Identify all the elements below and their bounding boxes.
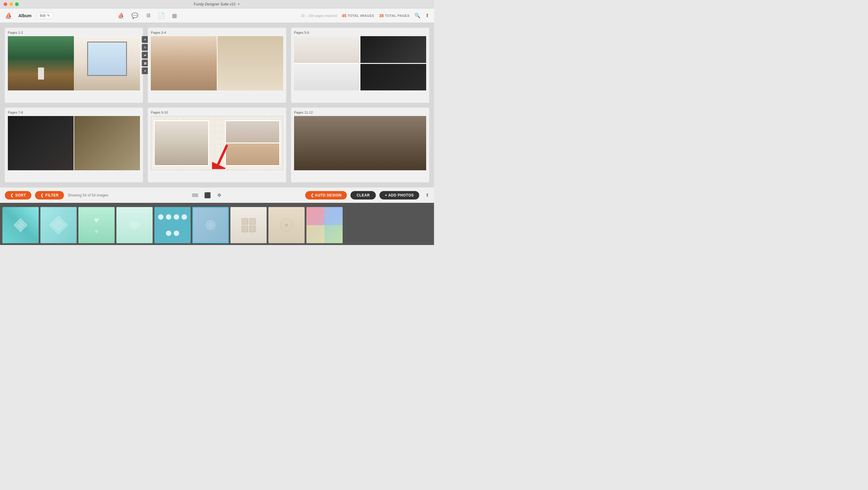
bottom-toolbar: ❮ SORT ❮ FILTER Showing 54 of 54 images … (0, 187, 434, 203)
list-item[interactable] (2, 207, 39, 243)
export-icon[interactable]: ⬆ (425, 13, 429, 19)
move-tool[interactable]: ✛ (142, 36, 148, 43)
spread-1-2: Pages 1-2 ✛ ↻ ⇄ ▦ ✕ (5, 28, 143, 103)
close-tool[interactable]: ✕ (142, 67, 148, 74)
thumbnail-image (269, 207, 305, 243)
spread-3-4: Pages 3-4 (148, 28, 286, 103)
album-view-icon[interactable]: ⛵ (118, 12, 124, 19)
list-item[interactable] (154, 207, 191, 243)
titlebar: Fundy Designer Suite v10 ▼ (0, 0, 434, 8)
list-item[interactable] (116, 207, 153, 243)
list-item[interactable] (40, 207, 76, 243)
sort-button[interactable]: ❮ SORT (5, 191, 31, 199)
filter-button[interactable]: ❮ FILTER (35, 191, 64, 199)
sort-left-arrow: ❮ (10, 193, 13, 197)
thumbnail-image: ♥ ♥ (79, 207, 115, 243)
rotate-tool[interactable]: ↻ (142, 44, 148, 51)
clear-label: CLEAR (356, 193, 370, 197)
thumbnail-image (2, 207, 39, 243)
center-view-icons: ⬛ ❖ (192, 192, 222, 199)
album-label: Album (19, 13, 32, 18)
thumbnail-image (154, 207, 191, 243)
spread-5-6: Pages 5-6 View (291, 28, 429, 103)
svg-rect-10 (242, 226, 248, 232)
spread-9-10: Pages 9-10 (148, 107, 286, 183)
filter-label: FILTER (45, 193, 59, 197)
grid-view-icon[interactable]: ⬛ (204, 192, 211, 199)
thumbnail-image (40, 207, 76, 243)
search-icon[interactable]: 🔍 (414, 13, 421, 19)
toolbar-center-icons: ⛵ 💬 🖥 📄 ▦ (118, 12, 177, 19)
title-dropdown-icon: ▼ (237, 2, 240, 6)
svg-rect-8 (242, 219, 248, 225)
list-item[interactable] (269, 207, 305, 243)
fullscreen-button[interactable] (15, 2, 19, 6)
svg-rect-11 (249, 226, 255, 232)
total-images-label: TOTAL IMAGES (348, 14, 374, 18)
showing-text: Showing 54 of 54 images (67, 193, 108, 197)
pages-icon[interactable]: 📄 (158, 12, 165, 19)
window-title: Fundy Designer Suite v10 (194, 2, 236, 6)
swap-tool[interactable]: ⇄ (142, 52, 148, 59)
list-item[interactable] (192, 207, 228, 243)
total-images-stat: 45 TOTAL IMAGES (342, 13, 374, 18)
spread-3-4-canvas[interactable] (151, 36, 283, 90)
spread-1-2-canvas[interactable] (8, 36, 140, 90)
strip-view-icon[interactable] (192, 194, 198, 197)
spread-7-8: Pages 7-8 (5, 107, 143, 183)
total-pages-stat: 38 TOTAL PAGES (379, 13, 409, 18)
auto-design-label: ❮ AUTO DESIGN (311, 193, 342, 197)
svg-point-7 (208, 223, 213, 228)
spread-tools: ✛ ↻ ⇄ ▦ ✕ (142, 36, 148, 74)
spread-11-12-canvas[interactable] (294, 116, 426, 170)
spread-5-6-label: Pages 5-6 (294, 31, 426, 34)
total-images-number: 45 (342, 13, 346, 18)
overlay-icon[interactable]: ❖ (217, 192, 222, 199)
grid-icon[interactable]: ▦ (172, 12, 177, 19)
spread-11-12-label: Pages 11-12 (294, 110, 426, 114)
thumbnail-image (116, 207, 153, 243)
thumbnail-image (230, 207, 267, 243)
minimize-button[interactable] (9, 2, 13, 6)
total-pages-label: TOTAL PAGES (385, 14, 409, 18)
spread-3-4-label: Pages 3-4 (151, 31, 283, 34)
chat-icon[interactable]: 💬 (131, 12, 138, 19)
spread-5-6-canvas[interactable]: View (294, 36, 426, 90)
list-item[interactable]: ♥ ♥ (79, 207, 115, 243)
grid-tool[interactable]: ▦ (142, 60, 148, 66)
edit-icon: ✎ (47, 13, 50, 18)
sort-label: SORT (16, 193, 26, 197)
pages-required-text: 20 – 100 pages required (301, 14, 337, 18)
add-photos-button[interactable]: + ADD PHOTOS (379, 191, 419, 199)
spread-7-8-label: Pages 7-8 (8, 110, 140, 114)
expand-icon[interactable]: ⬆ (425, 192, 429, 198)
filter-left-arrow: ❮ (40, 193, 44, 197)
main-toolbar: ⛵ Album 8x8 ✎ ⛵ 💬 🖥 📄 ▦ 20 – 100 pages r… (0, 8, 434, 23)
list-item[interactable] (230, 207, 267, 243)
thumbnail-image (306, 207, 343, 243)
spread-11-12: Pages 11-12 (291, 107, 429, 183)
svg-rect-9 (249, 219, 255, 225)
traffic-lights (4, 2, 19, 6)
close-button[interactable] (4, 2, 7, 6)
spread-9-10-canvas[interactable] (151, 116, 283, 170)
thumbnail-image (192, 207, 228, 243)
svg-point-14 (285, 224, 288, 227)
toolbar-right: 20 – 100 pages required 45 TOTAL IMAGES … (301, 13, 429, 19)
total-pages-number: 38 (379, 13, 384, 18)
spread-1-2-label: Pages 1-2 (8, 31, 140, 34)
size-selector[interactable]: 8x8 ✎ (36, 12, 53, 19)
photo-strip[interactable]: ♥ ♥ (0, 204, 434, 245)
spread-7-8-canvas[interactable] (8, 116, 140, 170)
app-logo-icon: ⛵ (5, 12, 12, 19)
clear-button[interactable]: CLEAR (350, 191, 376, 199)
list-item[interactable] (306, 207, 343, 243)
auto-design-button[interactable]: ❮ AUTO DESIGN (305, 191, 347, 199)
add-photos-label: + ADD PHOTOS (385, 193, 414, 197)
slideshow-icon[interactable]: 🖥 (145, 12, 151, 19)
spreads-grid: Pages 1-2 ✛ ↻ ⇄ ▦ ✕ (0, 23, 434, 187)
size-value: 8x8 (40, 13, 45, 18)
spread-9-10-label: Pages 9-10 (151, 110, 283, 114)
